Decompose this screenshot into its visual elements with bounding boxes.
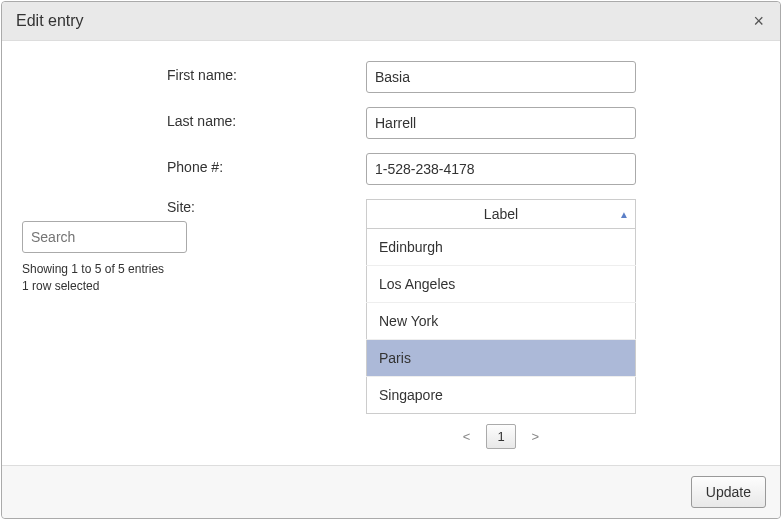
- phone-row: Phone #:: [22, 153, 760, 185]
- close-icon[interactable]: ×: [751, 12, 766, 30]
- prev-page-button[interactable]: <: [459, 427, 475, 446]
- last-name-label: Last name:: [22, 107, 202, 129]
- sort-asc-icon: ▲: [619, 209, 629, 220]
- phone-label: Phone #:: [22, 153, 202, 175]
- modal-body: First name: Last name: Phone #: Site:: [2, 41, 780, 465]
- table-info: Showing 1 to 5 of 5 entries 1 row select…: [22, 261, 187, 295]
- table-row[interactable]: Singapore: [367, 377, 636, 414]
- search-input[interactable]: [22, 221, 187, 253]
- label-header-text: Label: [484, 206, 518, 222]
- table-row[interactable]: Paris: [367, 340, 636, 377]
- modal-footer: Update: [2, 465, 780, 518]
- page-1-button[interactable]: 1: [486, 424, 515, 449]
- first-name-row: First name:: [22, 61, 760, 93]
- last-name-row: Last name:: [22, 107, 760, 139]
- first-name-input[interactable]: [366, 61, 636, 93]
- selected-text: 1 row selected: [22, 279, 99, 293]
- last-name-input[interactable]: [366, 107, 636, 139]
- phone-input[interactable]: [366, 153, 636, 185]
- label-column-header[interactable]: Label ▲: [367, 200, 636, 229]
- site-label: Site:: [167, 199, 366, 215]
- showing-text: Showing 1 to 5 of 5 entries: [22, 262, 164, 276]
- first-name-label: First name:: [22, 61, 202, 83]
- modal-header: Edit entry ×: [2, 2, 780, 41]
- next-page-button[interactable]: >: [528, 427, 544, 446]
- site-table: Label ▲ EdinburghLos AngelesNew YorkPari…: [366, 199, 636, 414]
- site-cell: Los Angeles: [367, 266, 636, 303]
- site-table-container: Label ▲ EdinburghLos AngelesNew YorkPari…: [366, 199, 636, 449]
- site-cell: Edinburgh: [367, 229, 636, 266]
- site-cell: New York: [367, 303, 636, 340]
- table-row[interactable]: New York: [367, 303, 636, 340]
- site-row: Site: Showing 1 to 5 of 5 entries 1 row …: [22, 199, 760, 449]
- table-row[interactable]: Edinburgh: [367, 229, 636, 266]
- pagination: < 1 >: [366, 424, 636, 449]
- update-button[interactable]: Update: [691, 476, 766, 508]
- table-row[interactable]: Los Angeles: [367, 266, 636, 303]
- modal-title: Edit entry: [16, 12, 84, 30]
- site-cell: Singapore: [367, 377, 636, 414]
- site-cell: Paris: [367, 340, 636, 377]
- edit-entry-modal: Edit entry × First name: Last name: Phon…: [1, 1, 781, 519]
